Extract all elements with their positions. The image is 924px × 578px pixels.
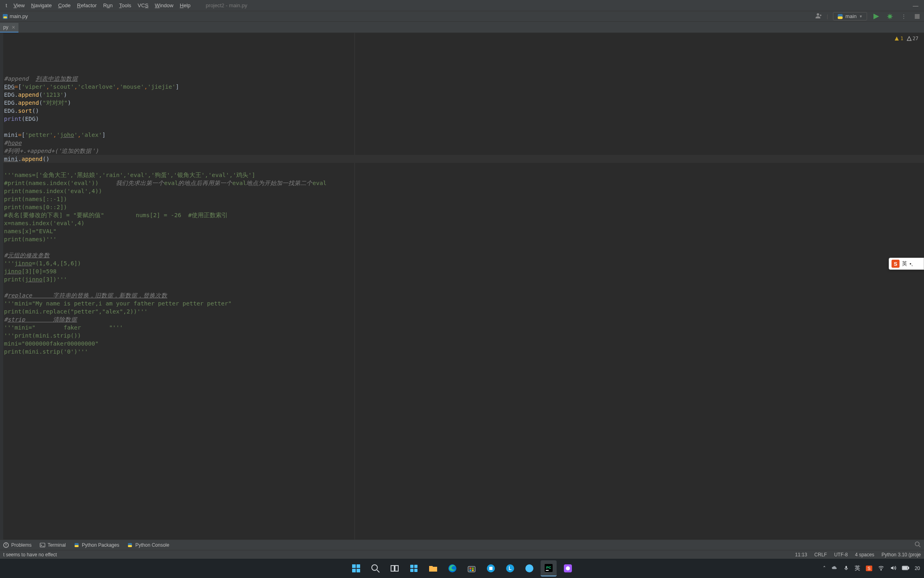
svg-point-18 [372,565,377,570]
terminal-icon [40,542,45,548]
windows-taskbar: L PC ˄ 英 S 20 [0,559,924,578]
breadcrumb-file[interactable]: main.py [10,13,28,19]
file-explorer-icon[interactable] [425,560,441,576]
code-line[interactable]: names[x]="EVAL" [3,227,924,235]
code-line[interactable]: #列明+.+append+('追加的数据') [3,147,924,155]
edge-icon[interactable] [444,560,460,576]
menu-item-partial[interactable]: t [2,2,10,8]
code-line[interactable]: '''mini=" faker "''' [3,324,924,332]
code-line[interactable]: #元组的修改参数 [3,251,924,259]
add-user-icon[interactable] [815,12,822,21]
code-line[interactable] [3,163,924,171]
code-line[interactable]: EDG.sort() [3,107,924,115]
pycharm-icon[interactable]: PC [541,560,557,576]
status-encoding[interactable]: UTF-8 [834,552,848,558]
code-line[interactable]: mini="0000000faker00000000" [3,340,924,348]
code-line[interactable]: EDG.append('1213') [3,91,924,99]
code-line[interactable]: jinno[3][0]=598 [3,267,924,275]
tray-volume-icon[interactable] [890,565,896,572]
close-icon[interactable]: ✕ [12,25,15,30]
status-position[interactable]: 11:13 [795,552,807,558]
start-button[interactable] [348,560,364,576]
editor-tab[interactable]: py ✕ [0,23,18,33]
widgets-icon[interactable] [406,560,422,576]
tray-onedrive-icon[interactable] [831,565,838,572]
run-config-selector[interactable]: main ▼ [833,12,867,20]
code-line[interactable]: print(jinno[3])''' [3,275,924,283]
app-icon-1[interactable] [483,560,499,576]
code-line[interactable]: '''mini="My name is petter,i am your fat… [3,299,924,307]
code-line[interactable]: #replace 字符串的替换，旧数据，新数据，替换次数 [3,291,924,299]
ime-logo-icon: S [892,260,900,268]
code-line[interactable]: x=names.index('eval',4) [3,219,924,227]
code-line[interactable]: print(mini.strip('0')''' [3,348,924,356]
code-line[interactable]: print(names.index('eval',4)) [3,187,924,195]
minimize-icon[interactable]: — [913,2,918,9]
tool-problems[interactable]: Problems [3,542,32,548]
status-line-separator[interactable]: CRLF [815,552,827,558]
menu-item-tools[interactable]: Tools [116,2,134,8]
task-view-icon[interactable] [387,560,403,576]
code-line[interactable]: EDG=['viper','scout','clearlove','mouse'… [3,83,924,91]
search-icon[interactable] [367,560,383,576]
code-line[interactable]: mini.append() [3,155,924,163]
tray-lang[interactable]: 英 [855,565,860,572]
typo-badge[interactable]: 27 [907,35,918,43]
code-line[interactable]: print(names[0::2]) [3,203,924,211]
code-line[interactable] [3,243,924,251]
code-line[interactable]: #print(names.index('eval')) 我们先求出第一个eval… [3,179,924,187]
inspection-badges[interactable]: 1 27 [894,35,918,43]
ime-mode[interactable]: 英 [902,260,907,267]
code-line[interactable]: EDG.append("对对对") [3,99,924,107]
tool-terminal[interactable]: Terminal [40,542,66,548]
svg-point-41 [881,570,881,570]
app-icon-3[interactable] [521,560,537,576]
code-line[interactable]: print(names)''' [3,235,924,243]
code-line[interactable]: #strip 清除数据 [3,315,924,324]
tray-clock[interactable]: 20 [915,566,920,571]
tray-mic-icon[interactable] [843,565,849,572]
run-more-button[interactable]: ⋮ [899,12,908,21]
debug-button[interactable] [886,12,894,21]
tool-search[interactable] [914,541,921,549]
code-line[interactable]: print(EDG) [3,115,924,123]
ime-floating-bar[interactable]: S 英 •, [889,258,924,270]
code-line[interactable]: '''print(mini.strip()) [3,332,924,340]
menu-item-run[interactable]: Run [100,2,116,8]
menu-item-help[interactable]: Help [176,2,194,8]
microsoft-store-icon[interactable] [464,560,480,576]
warning-badge[interactable]: 1 [894,35,903,43]
menu-item-vcs[interactable]: VCS [134,2,152,8]
code-line[interactable]: '''jinno=(1,6,4,[5,6]) [3,259,924,267]
code-line[interactable]: print(names[::-1]) [3,195,924,203]
code-line[interactable]: mini=['petter','joho','alex'] [3,131,924,139]
code-line[interactable]: #hope [3,139,924,147]
menu-item-navigate[interactable]: Navigate [28,2,55,8]
svg-rect-1 [4,16,7,18]
tray-chevron-icon[interactable]: ˄ [823,565,826,572]
menu-item-code[interactable]: Code [55,2,74,8]
stop-button[interactable] [913,12,922,21]
run-button[interactable] [872,12,881,21]
code-line[interactable]: '''names=['金角大王','黑姑娘','rain','eval','狗蛋… [3,171,924,179]
menu-item-refactor[interactable]: Refactor [74,2,100,8]
code-line[interactable] [3,283,924,291]
code-line[interactable] [3,123,924,131]
code-editor[interactable]: 1 27 #append 列表中追加数据EDG=['viper','scout'… [3,33,924,539]
app-icon-2[interactable]: L [502,560,518,576]
tool-python-packages[interactable]: Python Packages [74,542,119,548]
svg-rect-6 [915,14,920,19]
code-line[interactable]: #表名[要修改的下表] = "要赋的值" nums[2] = -26 #使用正数… [3,211,924,219]
status-indent[interactable]: 4 spaces [855,552,874,558]
code-line[interactable]: #append 列表中追加数据 [3,75,924,83]
menu-item-window[interactable]: Window [152,2,176,8]
tray-battery-icon[interactable] [902,565,909,572]
tray-wifi-icon[interactable] [878,565,884,572]
code-line[interactable]: print(mini.replace("petter","alex",2))''… [3,307,924,315]
menu-item-view[interactable]: View [10,2,28,8]
status-interpreter[interactable]: Python 3.10 (proje [881,552,921,558]
tool-python-console[interactable]: Python Console [127,542,169,548]
svg-rect-16 [352,569,356,572]
app-icon-4[interactable] [560,560,576,576]
tray-ime-icon[interactable]: S [866,566,872,571]
